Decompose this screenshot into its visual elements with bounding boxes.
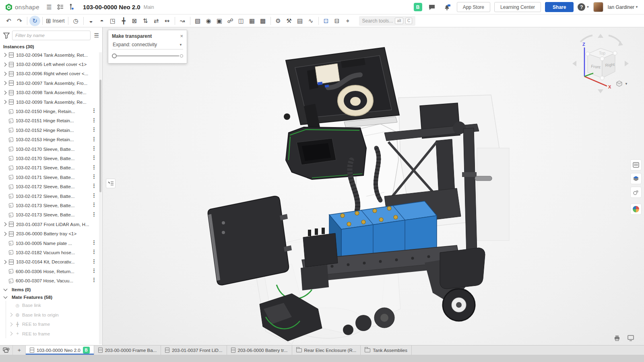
select-parts-icon[interactable]: ▣ xyxy=(214,16,225,26)
fastener-icon[interactable]: ⚒ xyxy=(284,16,295,26)
chevron-right-icon[interactable] xyxy=(3,62,7,66)
scrollbar-thumb[interactable] xyxy=(99,80,101,192)
print-icon[interactable] xyxy=(613,335,621,341)
share-button[interactable]: Share xyxy=(545,2,574,12)
avatar[interactable] xyxy=(593,2,603,12)
slider-mate-icon[interactable]: ◳ xyxy=(107,16,118,26)
instance-row[interactable]: 103-02-0172 Sleeve, Batte...⋮ xyxy=(0,182,102,191)
isometric-view-button[interactable]: ▼ xyxy=(616,80,628,87)
instance-row[interactable]: 203-01-0037 Front LiDAR Asm, H... xyxy=(0,220,102,229)
chevron-right-icon[interactable] xyxy=(3,72,7,76)
instance-row[interactable]: 103-02-0173 Sleeve, Batte...⋮ xyxy=(0,201,102,210)
linked-parts-icon[interactable]: ☍ xyxy=(225,16,236,26)
chevron-right-icon[interactable] xyxy=(9,332,13,336)
view-rotate-up-arrow[interactable] xyxy=(598,34,603,38)
help-menu[interactable]: ? ▼ xyxy=(578,3,589,11)
mate-feature-row[interactable]: ⌖REE to frame xyxy=(6,329,102,338)
replicate-icon[interactable]: ◫ xyxy=(236,16,247,26)
gear-icon[interactable]: ⚙ xyxy=(273,16,284,26)
document-tab[interactable]: Tank Assemblies xyxy=(361,346,412,355)
instance-row[interactable]: 103-00-0005 Name plate ...⋮ xyxy=(0,239,102,248)
view-rotate-right-arrow[interactable] xyxy=(625,61,629,66)
instance-row[interactable]: 600-00-0306 Hose, Return...⋮ xyxy=(0,267,102,276)
instance-row[interactable]: 103-02-0095 Left wheel cover <1> xyxy=(0,60,102,69)
instance-row[interactable]: 103-02-0094 Tank Assembly, Ret... xyxy=(0,50,102,60)
expand-mode-select[interactable]: Expand: connectivity ▼ xyxy=(112,41,183,49)
learning-center-button[interactable]: Learning Center xyxy=(494,2,541,12)
close-icon[interactable]: × xyxy=(180,33,183,39)
paste-special-icon[interactable]: ⊡ xyxy=(321,16,332,26)
undo-icon[interactable]: ↶ xyxy=(3,16,14,26)
instance-row[interactable]: 103-02-0170 Sleeve, Batte...⋮ xyxy=(0,144,102,154)
spline-icon[interactable]: ∿ xyxy=(305,16,316,26)
instance-row[interactable]: 103-02-0151 Hinge Retain...⋮ xyxy=(0,116,102,125)
mate-feature-row[interactable]: ◎Base link xyxy=(6,301,102,310)
filter-input[interactable] xyxy=(12,31,91,40)
add-tab-button[interactable]: ＋ xyxy=(13,346,26,355)
view-rotate-down-arrow[interactable] xyxy=(598,89,603,93)
robot-model[interactable] xyxy=(103,27,644,345)
instance-row[interactable]: 103-02-0153 Hinge Retain...⋮ xyxy=(0,135,102,144)
instance-row[interactable]: 103-02-0098 Tank Assembly, Re... xyxy=(0,88,102,97)
measure-icon[interactable]: ⌖ xyxy=(343,16,353,26)
pattern-icon[interactable]: ▩ xyxy=(258,16,268,26)
display-options-icon[interactable] xyxy=(630,173,642,184)
document-tab[interactable]: Rear Elec Enclosure (R... xyxy=(292,346,361,355)
instance-row[interactable]: 103-02-0182 Vacuum hose...⋮ xyxy=(0,248,102,257)
chevron-right-icon[interactable] xyxy=(3,53,7,57)
appearance-panel-icon[interactable] xyxy=(630,204,642,215)
list-settings-icon[interactable]: ☰ xyxy=(93,31,100,39)
comments-icon[interactable] xyxy=(426,2,438,12)
instance-row[interactable]: 103-02-0150 Hinge, Retain...⋮ xyxy=(0,107,102,116)
instance-row[interactable]: 103-02-0152 Hinge Retain...⋮ xyxy=(0,125,102,135)
history-icon[interactable]: ◷ xyxy=(70,16,81,26)
instance-row[interactable]: 103-02-0171 Sleeve, Batte...⋮ xyxy=(0,173,102,182)
transparency-slider[interactable] xyxy=(112,53,183,58)
instance-row[interactable]: 600-00-0307 Hose, Vacuu...⋮ xyxy=(0,276,102,285)
insert-button[interactable]: ⊞Insert xyxy=(45,16,66,26)
chevron-right-icon[interactable] xyxy=(3,260,7,264)
search-tools-box[interactable]: Search tools... alt C xyxy=(359,16,416,26)
fullscreen-icon[interactable] xyxy=(627,335,634,341)
instance-row[interactable]: 103-02-0164 Kit, Decorativ...⋮ xyxy=(0,257,102,267)
rotate-view-icon[interactable]: ↻ xyxy=(29,16,40,26)
snap-mode-icon[interactable]: ↝ xyxy=(177,16,188,26)
display-states-icon[interactable]: ▤ xyxy=(295,16,305,26)
ball-mate-icon[interactable]: ↭ xyxy=(162,16,173,26)
user-menu[interactable]: Ian Gardiner ▼ xyxy=(607,4,638,10)
chevron-right-icon[interactable] xyxy=(9,313,13,317)
instance-row[interactable]: 103-02-0099 Tank Assembly, Re... xyxy=(0,97,102,107)
tree-collapse-button[interactable] xyxy=(106,179,116,188)
document-tab[interactable]: 203-06-0000 Battery tr... xyxy=(227,346,292,355)
view-rotate-left-arrow[interactable] xyxy=(572,61,576,66)
items-header[interactable]: Items (0) xyxy=(0,286,102,293)
planar-mate-icon[interactable]: ⊠ xyxy=(129,16,140,26)
chevron-right-icon[interactable] xyxy=(3,222,7,226)
branch-icon[interactable] xyxy=(66,2,77,12)
notifications-icon[interactable] xyxy=(442,2,453,12)
pin-slot-mate-icon[interactable]: ⇄ xyxy=(151,16,162,26)
fastened-mate-icon[interactable]: ╋ xyxy=(118,16,129,26)
mate-features-header[interactable]: Mate Features (58) xyxy=(0,293,102,301)
mate-connector-icon[interactable]: ◉ xyxy=(203,16,214,26)
instance-row[interactable]: 103-02-0173 Sleeve, Batte...⋮ xyxy=(0,210,102,220)
main-menu-icon[interactable]: ☰ xyxy=(43,2,55,12)
instance-row[interactable]: 103-02-0097 Tank Assembly, Fro... xyxy=(0,78,102,88)
instance-row[interactable]: 203-06-0000 Battery tray <1> xyxy=(0,229,102,238)
onshape-logo[interactable]: onshape xyxy=(0,3,43,11)
group-icon[interactable]: ▧ xyxy=(192,16,203,26)
document-tab[interactable]: 103-00-0000 Neo 2.0B xyxy=(26,346,94,355)
chevron-right-icon[interactable] xyxy=(3,232,7,236)
section-view-icon[interactable] xyxy=(630,187,642,198)
panel-scrollbar[interactable] xyxy=(99,52,102,344)
document-tab[interactable]: 203-01-0037 Front LiD... xyxy=(161,346,227,355)
document-tab[interactable]: 203-00-0000 Frame Ba... xyxy=(94,346,161,355)
chevron-right-icon[interactable] xyxy=(9,322,13,326)
paste-icon[interactable]: ⊟ xyxy=(332,16,343,26)
workspace-name[interactable]: Main xyxy=(144,4,154,10)
3d-viewport[interactable]: Make transparent × Expand: connectivity … xyxy=(103,27,644,345)
mate-feature-row[interactable]: ◍Base link to origin xyxy=(6,310,102,319)
versions-icon[interactable] xyxy=(55,2,66,12)
slider-handle[interactable] xyxy=(112,53,117,58)
instance-row[interactable]: 103-02-0172 Sleeve, Batte...⋮ xyxy=(0,191,102,201)
